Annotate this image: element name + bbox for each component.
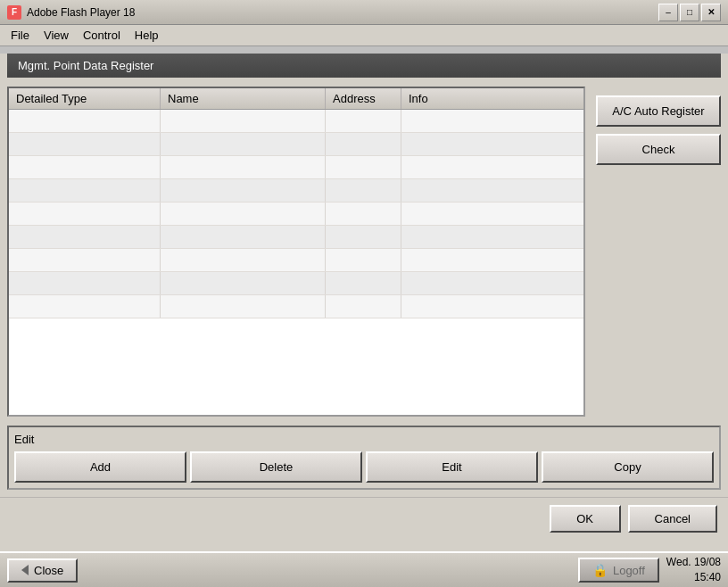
cell-info	[401, 110, 583, 132]
table-row[interactable]	[9, 249, 583, 272]
cell-name	[161, 110, 326, 132]
panel-header: Mgmt. Point Data Register	[7, 54, 721, 78]
main-window: Mgmt. Point Data Register Detailed Type …	[0, 54, 728, 558]
logoff-button[interactable]: 🔒 Logoff	[578, 558, 659, 583]
cell-name	[161, 272, 326, 294]
cell-info	[401, 226, 583, 248]
cell-address	[326, 295, 401, 318]
title-bar-text: Adobe Flash Player 18	[27, 6, 658, 19]
check-button[interactable]: Check	[596, 134, 721, 165]
table-row[interactable]	[9, 203, 583, 226]
cell-info	[401, 272, 583, 294]
edit-button[interactable]: Edit	[366, 451, 538, 483]
logoff-label: Logoff	[613, 564, 645, 577]
col-detailed-type: Detailed Type	[9, 88, 161, 109]
table-body	[9, 110, 583, 413]
ac-auto-register-button[interactable]: A/C Auto Register	[596, 95, 721, 127]
table-row[interactable]	[9, 272, 583, 295]
cell-detailed-type	[9, 203, 161, 225]
cell-address	[326, 133, 401, 155]
cell-detailed-type	[9, 272, 161, 294]
cell-info	[401, 203, 583, 225]
cell-info	[401, 249, 583, 271]
table-row[interactable]	[9, 179, 583, 203]
add-button[interactable]: Add	[14, 451, 186, 483]
date-text: Wed. 19/08	[666, 555, 721, 570]
cell-detailed-type	[9, 110, 161, 132]
cell-name	[161, 133, 326, 155]
menu-control[interactable]: Control	[76, 27, 128, 44]
bottom-bar: OK Cancel	[0, 497, 728, 540]
cell-name	[161, 179, 326, 202]
cell-name	[161, 295, 326, 318]
cell-address	[326, 110, 401, 132]
cell-address	[326, 249, 401, 271]
cell-address	[326, 179, 401, 202]
cell-address	[326, 272, 401, 294]
menu-help[interactable]: Help	[128, 27, 166, 44]
edit-section: Edit Add Delete Edit Copy	[7, 426, 721, 490]
col-name: Name	[161, 88, 326, 109]
col-address: Address	[326, 88, 401, 109]
table-row[interactable]	[9, 133, 583, 156]
ok-button[interactable]: OK	[550, 505, 621, 533]
cell-info	[401, 133, 583, 155]
delete-button[interactable]: Delete	[190, 451, 362, 483]
edit-buttons: Add Delete Edit Copy	[14, 451, 714, 483]
data-table: Detailed Type Name Address Info	[7, 87, 585, 417]
close-button[interactable]: ✕	[701, 4, 721, 21]
table-row[interactable]	[9, 110, 583, 133]
cell-info	[401, 156, 583, 178]
cell-address	[326, 203, 401, 225]
table-header: Detailed Type Name Address Info	[9, 88, 583, 110]
lock-icon: 🔒	[592, 563, 608, 577]
close-taskbar-button[interactable]: Close	[7, 558, 78, 583]
app-icon: F	[7, 5, 21, 20]
cell-name	[161, 203, 326, 225]
right-panel: A/C Auto Register Check	[596, 87, 721, 417]
cell-name	[161, 249, 326, 271]
cell-name	[161, 226, 326, 248]
content-area: Detailed Type Name Address Info	[0, 78, 728, 426]
menu-file[interactable]: File	[4, 27, 37, 44]
close-arrow-icon	[21, 565, 29, 575]
table-row[interactable]	[9, 295, 583, 318]
close-label: Close	[34, 564, 63, 577]
table-row[interactable]	[9, 226, 583, 249]
maximize-button[interactable]: □	[680, 4, 699, 21]
cell-info	[401, 179, 583, 202]
taskbar-datetime: Wed. 19/08 15:40	[666, 555, 721, 585]
cell-detailed-type	[9, 295, 161, 318]
title-bar-controls: – □ ✕	[658, 4, 721, 21]
cancel-button[interactable]: Cancel	[628, 505, 717, 533]
col-info: Info	[401, 88, 583, 109]
cell-name	[161, 156, 326, 178]
cell-detailed-type	[9, 249, 161, 271]
cell-info	[401, 295, 583, 318]
menu-bar: File View Control Help	[0, 25, 728, 46]
minimize-button[interactable]: –	[658, 4, 678, 21]
cell-detailed-type	[9, 179, 161, 202]
table-row[interactable]	[9, 156, 583, 179]
time-text: 15:40	[666, 570, 721, 585]
cell-address	[326, 226, 401, 248]
edit-label: Edit	[14, 433, 714, 446]
title-bar: F Adobe Flash Player 18 – □ ✕	[0, 0, 728, 25]
cell-detailed-type	[9, 133, 161, 155]
cell-address	[326, 156, 401, 178]
taskbar: Close 🔒 Logoff Wed. 19/08 15:40	[0, 551, 728, 587]
copy-button[interactable]: Copy	[542, 451, 714, 483]
cell-detailed-type	[9, 226, 161, 248]
cell-detailed-type	[9, 156, 161, 178]
menu-view[interactable]: View	[37, 27, 76, 44]
